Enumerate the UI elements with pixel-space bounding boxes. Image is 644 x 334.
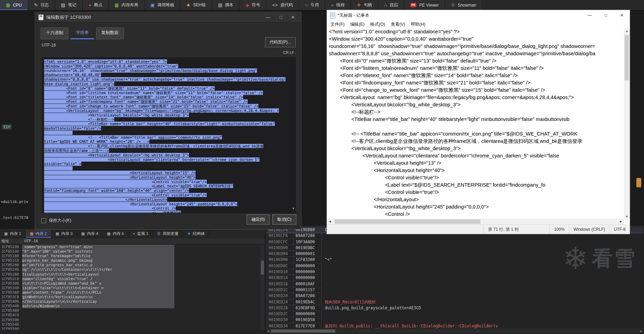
- dump-tab[interactable]: ● 监视 1: [129, 230, 153, 238]
- close-icon[interactable]: ✕: [291, 15, 295, 20]
- scroll-left-icon[interactable]: ◀: [327, 219, 333, 225]
- dump-row[interactable]: 1CF85540: [0, 322, 260, 327]
- dump-row[interactable]: 1CF853C0 ginWnd>\n\t\t</VerticalLayout>\…: [0, 295, 260, 299]
- toolbar-tab[interactable]: ▤ 笔记: [55, 0, 83, 10]
- stack-rows[interactable]: 0019ECF4 0019ED80 Q < 0019ECF8 B9A07286 …: [267, 227, 643, 328]
- dump-tab[interactable]: ❖ 结构体: [183, 230, 209, 238]
- address-column-header[interactable]: 地址: [0, 238, 22, 244]
- toolbar-tab[interactable]: ▦ CPU: [0, 0, 28, 10]
- toolbar-tab[interactable]: ❖ 句柄: [351, 0, 378, 10]
- codepage-button[interactable]: 代码页(P)...: [265, 37, 296, 47]
- stack-row[interactable]: 0019ED28 619EBF9D duilib.png_build_grays…: [267, 305, 643, 311]
- scrollbar-down-icon[interactable]: ▼: [292, 207, 295, 210]
- stack-row[interactable]: 0019ED20 B9A07286: [267, 293, 643, 299]
- toolbar-tab[interactable]: ● 断点: [83, 0, 109, 10]
- dump-row[interactable]: 1CF85480: [0, 308, 260, 313]
- minimize-icon[interactable]: —: [266, 15, 270, 20]
- dialog-tab[interactable]: 复制数据: [96, 27, 124, 39]
- data-column-header[interactable]: UTF-16: [22, 239, 38, 243]
- vertical-scroll-thumb[interactable]: [261, 261, 264, 275]
- dump-row[interactable]: 1CF85240 ng" />\n\t\t\t\t</Container>\n\…: [0, 267, 260, 272]
- toolbar-tab[interactable]: » 线程: [325, 0, 351, 10]
- dump-tab[interactable]: ▦ 内存 3: [51, 230, 77, 238]
- stack-row[interactable]: 0019ED18 000010AF: [267, 281, 643, 287]
- dump-row[interactable]: 1CF85500: [0, 318, 260, 322]
- edit-data-dialog-titlebar[interactable]: 01 编辑数据于 1CF83300 — □ ✕: [35, 12, 301, 23]
- scroll-right-icon[interactable]: ▶: [639, 329, 643, 333]
- scroll-down-icon[interactable]: ▼: [624, 214, 630, 220]
- dump-row[interactable]: 1CF854C0: [0, 313, 260, 317]
- keep-size-option[interactable]: 保持大小(K): [41, 218, 71, 223]
- menu-item[interactable]: 编辑(E): [347, 22, 368, 27]
- menu-item[interactable]: 格式(O): [368, 22, 388, 27]
- stack-horizontal-scrollbar[interactable]: ◀ ▶: [266, 329, 643, 333]
- horizontal-scroll-thumb[interactable]: [335, 219, 480, 224]
- dump-row[interactable]: 1CF85200 e="im\file_progress_bar_static.…: [0, 263, 260, 267]
- dump-row[interactable]: 1CF85180 hfore="true" foreimage="im\file…: [0, 254, 260, 258]
- toolbar-tab[interactable]: PE PE Viewer: [404, 0, 445, 10]
- toolbar-tab[interactable]: ★ SEH链: [180, 0, 212, 10]
- dump-row[interactable]: 1CF85300 >\n\t\t\t<PCLoginWnd name="wnd_…: [0, 281, 260, 286]
- scroll-left-icon[interactable]: ◀: [266, 329, 271, 333]
- cancel-button[interactable]: 取消(C): [272, 214, 296, 225]
- dialog-tab[interactable]: 字符串: [71, 27, 94, 39]
- keep-size-checkbox[interactable]: [41, 218, 46, 223]
- dump-tab[interactable]: ▦ 内存 5: [103, 230, 129, 238]
- menu-item[interactable]: 查看(V): [388, 22, 408, 27]
- ok-button[interactable]: 确定(0): [247, 214, 270, 225]
- stack-row[interactable]: 0019ED04 00000001: [267, 251, 643, 257]
- dialog-tab[interactable]: 十六进制: [41, 27, 68, 39]
- dump-row[interactable]: 1CF85140 "0" max="100" value="0" isstret…: [0, 249, 260, 254]
- dump-tab[interactable]: ▦ 内存 2: [26, 230, 51, 238]
- stack-row[interactable]: 0019ED24 0019ED4C 指向SEH_Record[1]的指针: [267, 299, 643, 305]
- dump-row[interactable]: 1CF85340 isible="false">\n\t\t\t\t<Conta…: [0, 286, 260, 290]
- notepad-vertical-scrollbar[interactable]: ▲ ▼: [624, 28, 630, 220]
- dump-horizontal-scrollbar[interactable]: [0, 330, 260, 334]
- vertical-scroll-thumb[interactable]: [625, 35, 629, 80]
- dump-tab[interactable]: ▦ 内存 1: [0, 230, 26, 238]
- stack-row[interactable]: 0019ED34 617E77E0 返回到 duilib.public: __t…: [267, 323, 643, 328]
- toolbar-tab[interactable]: ☃ Snowman: [445, 0, 482, 10]
- stack-row[interactable]: 0019ED2C 00000000: [267, 311, 643, 317]
- menu-item[interactable]: 文件(F): [328, 22, 347, 27]
- stack-row[interactable]: 0019ECFC 10F3AAD0: [267, 239, 643, 245]
- dump-row[interactable]: 1CF85280 ticalLayout>\n\t\t\t<VerticalLa…: [0, 272, 260, 277]
- toolbar-tab[interactable]: ▣ 调用堆栈: [145, 0, 180, 10]
- toolbar-tab[interactable]: ✎ 日志: [28, 0, 55, 10]
- toolbar-tab[interactable]: ▤ 脚本: [212, 0, 240, 10]
- dump-row[interactable]: 1CF85580: [0, 327, 260, 330]
- toolbar-tab[interactable]: ▦ 内存布局: [109, 0, 145, 10]
- toolbar-tab[interactable]: ∴ 跟踪: [378, 0, 404, 10]
- dump-row[interactable]: 1CF85440 out>\n</Window>\n: [0, 304, 260, 308]
- stack-row[interactable]: 0019ED14 00000000: [267, 275, 643, 281]
- maximize-icon[interactable]: □: [279, 15, 282, 20]
- dump-row[interactable]: 1CF851C0 progress_bar_dynamic.png" bkima…: [0, 258, 260, 263]
- toolbar-tab[interactable]: <> 源代码: [266, 0, 299, 10]
- stack-row[interactable]: 0019ED0C 00000000: [267, 263, 643, 269]
- dump-row[interactable]: 1CF85380 ame="content_frame" />\n\t\t\t<…: [0, 290, 260, 295]
- stack-row[interactable]: 0019ED30 0019ED58: [267, 317, 643, 323]
- horizontal-scroll-thumb[interactable]: [271, 329, 335, 333]
- dump-row[interactable]: 1CF85400 </VerticalLayout>\n\t</Vertical…: [0, 299, 260, 304]
- toolbar-tab[interactable]: ○ 引用: [299, 0, 325, 10]
- dump-vertical-scrollbar[interactable]: [260, 245, 265, 330]
- toolbar-tab[interactable]: ◆ 符号: [240, 0, 266, 10]
- stack-row[interactable]: 0019ED00 0019EDBC: [267, 245, 643, 251]
- stack-row[interactable]: 0019ED1C 00001157: [267, 287, 643, 293]
- stack-row[interactable]: 0019ED08 1CF83300 "<": [267, 257, 643, 263]
- notepad-titlebar[interactable]: *无标题 - 记事本 — □ ✕: [327, 10, 630, 21]
- dump-tab[interactable]: ▦ 内存 4: [77, 230, 103, 238]
- close-icon[interactable]: ✕: [614, 10, 630, 21]
- notepad-text-area[interactable]: <?xml version="1.0" encoding="utf-8" sta…: [327, 28, 624, 220]
- maximize-icon[interactable]: □: [598, 10, 614, 21]
- dump-row[interactable]: 1CF852C0 name="clientbg" visible="true" …: [0, 277, 260, 281]
- menu-item[interactable]: 帮助(H): [408, 22, 428, 27]
- dump-row[interactable]: 1CF85100 name="progress" hor="true" min=: [0, 245, 260, 249]
- minimize-icon[interactable]: —: [582, 10, 598, 21]
- dump-tab[interactable]: ☰ 局部变量: [153, 230, 183, 238]
- notepad-horizontal-scrollbar[interactable]: ◀ ▶: [327, 219, 624, 225]
- string-edit-textarea[interactable]: <?xml version="1.0" encoding="utf-8" sta…: [42, 57, 296, 213]
- dump-rows[interactable]: 1CF85100 name="progress" hor="true" min=…: [0, 245, 260, 330]
- scroll-right-icon[interactable]: ▶: [618, 219, 624, 225]
- scroll-up-icon[interactable]: ▲: [624, 28, 630, 34]
